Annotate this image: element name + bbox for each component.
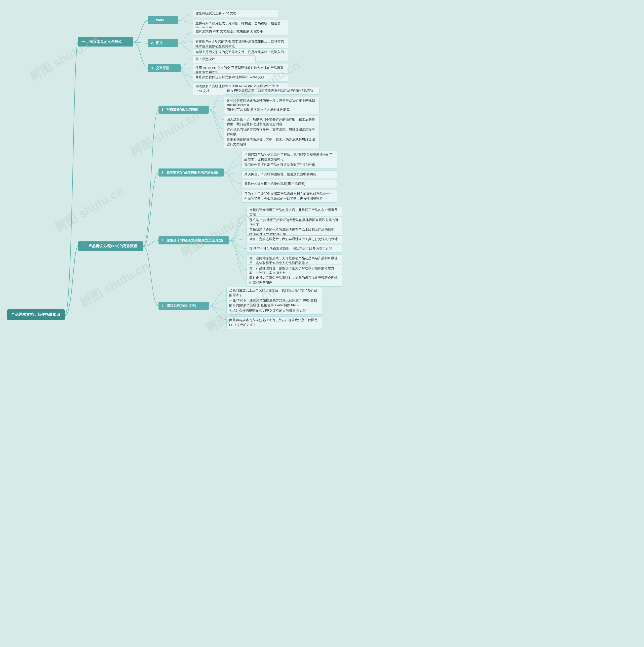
mindmap-container: 产品需求文档：写作拓展知识 一、PRD 常见的文档形式 1、Word 这是传统意… xyxy=(0,0,644,647)
watermark-5: 树图 shutu.cn xyxy=(177,208,253,261)
l3-pd-item-7: 同时也是为了避免产品宣讲时，抽象的语言描述导致听众理解困惑和理解偏差 xyxy=(247,274,342,287)
l3-pd-item-3: 当有一定的进展之后，我们再通过软件工具进行更深入的设计 xyxy=(247,235,342,243)
l3-word-item-0: 这是传统意义上的 PRD 文档 xyxy=(193,10,278,17)
l3-wd-item-3: 因此功能描述的方式也是相近的，所以在这里我分享三种撰写 PRD 文档的方式： xyxy=(227,316,322,329)
l3-org-item-3: 并延伸构建出用户的操作流程(用户流程图) xyxy=(242,180,337,188)
l3-image-item-0: 图片形式的 PRD 文档是基于效果图的说明文件 xyxy=(193,28,288,35)
l2-organize: 2、梳理需求(产品结构图和用户流程图) xyxy=(158,168,224,176)
connector-lines xyxy=(0,0,644,647)
l2-write-doc: 4、撰写文档(PRD 文档) xyxy=(158,302,209,310)
l2-preparation: 1、写前准备(信息结构图) xyxy=(158,105,209,114)
l2-prototype: 3、交互原型 xyxy=(148,64,181,72)
l3-org-item-2: 其次再基于产品结构图梳理出频道及页面中的功能 xyxy=(242,170,337,178)
watermark-overlay: 树图 shutu.cn 树图 shutu.cn 树图 shutu.cn 树图 s… xyxy=(0,0,644,647)
root-node: 产品需求文档：写作拓展知识 xyxy=(7,309,65,320)
l3-proto-item-2: 并且原型软件还支持元素 标注和导出 Word 文档 xyxy=(193,73,288,81)
l1-prd-forms: 一、PRD 常见的文档形式 xyxy=(78,37,133,47)
watermark-4: 树图 shutu.cn xyxy=(52,183,127,236)
l1-prd-workflow: 二、产品需求文档(PRD)的写作流程 xyxy=(78,241,143,251)
l2-word: 1、Word xyxy=(148,16,178,24)
watermark-6: 树图 shutu.cn xyxy=(77,258,152,311)
l2-prototype-design: 3、原型设计(手绘原型,灰模原型,交互原型) xyxy=(158,236,229,244)
l3-org-item-4: 目的：为了让我们在撰写产品需求文档之前能够对产品有一个全面的了解，类似鸟瞰式的一… xyxy=(242,190,337,203)
l3-pd-item-4: 移 动产品可以考虑灰模原型，网站产品可以考虑交互原型 xyxy=(247,245,342,253)
watermark-2: 树图 shutu.cn xyxy=(127,107,202,160)
l3-org-item-1: 我们首先要罗列出产品的频道及页面(产品结构图) xyxy=(242,161,337,169)
l3-prep-item-2: 同时也可以 辅助服务端技术人员创建数据库 xyxy=(224,106,319,114)
l2-image: 2、图片 xyxy=(148,39,178,47)
l3-wd-item-2: 无论什么样的规范标准，PRD 文档的目的都是 相近的 xyxy=(227,307,322,314)
l3-prep-item-0: 在写 PRD 文档之前，我们需要先罗列出产品功能的信息内容 xyxy=(224,87,319,94)
l3-proto-item-0: 即：原型设计 xyxy=(193,55,256,63)
l3-prep-item-5: 最主要的是能够清晰易懂，其中，最常用的方法就是思维导图进行文案编辑 xyxy=(224,136,319,148)
